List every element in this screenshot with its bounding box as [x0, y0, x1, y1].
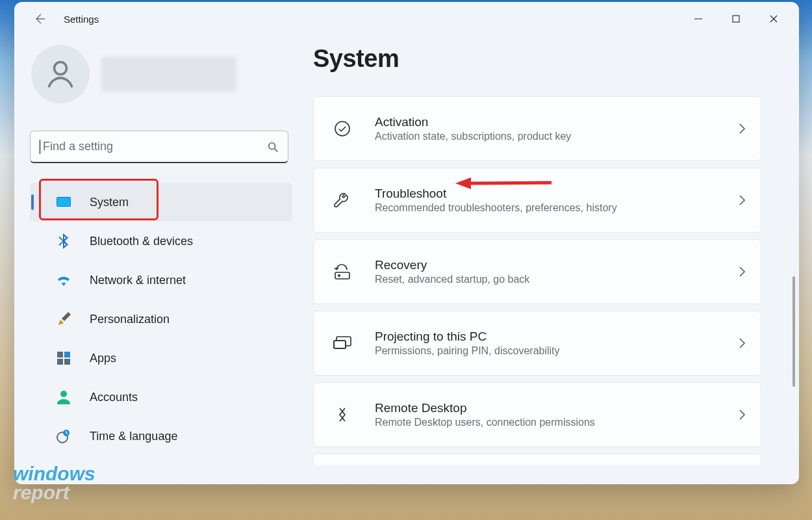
card-partial-next[interactable] [313, 454, 761, 465]
sidebar: Find a setting System Bluetooth & d [14, 36, 313, 484]
card-activation[interactable]: Activation Activation state, subscriptio… [313, 96, 761, 161]
card-title: Troubleshoot [375, 187, 737, 201]
sidebar-item-personalization[interactable]: Personalization [30, 300, 311, 339]
sidebar-item-system[interactable]: System [30, 183, 292, 222]
card-title: Activation [375, 115, 737, 129]
card-troubleshoot[interactable]: Troubleshoot Recommended troubleshooters… [313, 168, 761, 233]
chevron-right-icon [737, 337, 746, 350]
svg-rect-19 [335, 272, 349, 279]
card-projecting[interactable]: Projecting to this PC Permissions, pairi… [313, 311, 761, 376]
card-subtitle: Activation state, subscriptions, product… [375, 131, 737, 142]
text-caret [40, 140, 40, 154]
back-arrow-icon [33, 12, 46, 25]
maximize-icon [731, 14, 741, 23]
chevron-right-icon [737, 408, 746, 421]
titlebar: Settings [14, 2, 799, 36]
card-remote-desktop[interactable]: Remote Desktop Remote Desktop users, con… [313, 382, 761, 447]
clock-globe-icon [56, 428, 71, 444]
remote-desktop-icon [329, 402, 355, 428]
back-button[interactable] [30, 9, 49, 29]
minimize-icon [694, 14, 703, 23]
svg-point-20 [338, 275, 340, 276]
minimize-button[interactable] [679, 5, 717, 32]
sidebar-item-time-language[interactable]: Time & language [30, 417, 311, 456]
svg-rect-22 [334, 341, 346, 348]
recovery-icon [329, 259, 355, 285]
sidebar-item-label: Apps [90, 352, 116, 365]
card-subtitle: Permissions, pairing PIN, discoverabilit… [375, 345, 737, 357]
card-subtitle: Recommended troubleshooters, preferences… [375, 202, 737, 214]
svg-rect-11 [57, 359, 63, 365]
svg-line-6 [275, 148, 278, 151]
svg-rect-8 [57, 198, 70, 206]
card-recovery[interactable]: Recovery Reset, advanced startup, go bac… [313, 239, 761, 304]
svg-rect-12 [64, 359, 70, 365]
settings-card-list: Activation Activation state, subscriptio… [313, 96, 761, 465]
sidebar-item-label: Accounts [90, 391, 138, 404]
checkmark-circle-icon [329, 116, 355, 142]
page-title: System [313, 45, 799, 73]
display-icon [56, 194, 71, 210]
chevron-right-icon [737, 122, 746, 135]
sidebar-item-accounts[interactable]: Accounts [30, 378, 311, 417]
sidebar-item-label: Time & language [90, 430, 177, 443]
card-title: Recovery [375, 258, 737, 272]
projecting-icon [329, 330, 355, 356]
close-button[interactable] [755, 5, 793, 32]
wifi-icon [56, 272, 71, 288]
search-icon [267, 141, 279, 153]
bluetooth-icon [56, 233, 71, 249]
profile-name-redacted [101, 57, 236, 92]
apps-icon [56, 350, 71, 366]
chevron-right-icon [737, 265, 746, 278]
profile-section[interactable] [14, 45, 313, 103]
card-title: Projecting to this PC [375, 330, 737, 344]
sidebar-item-apps[interactable]: Apps [30, 339, 311, 378]
user-icon [43, 57, 78, 92]
card-subtitle: Remote Desktop users, connection permiss… [375, 417, 737, 428]
svg-point-5 [269, 142, 275, 149]
sidebar-item-bluetooth[interactable]: Bluetooth & devices [30, 222, 311, 261]
sidebar-item-network[interactable]: Network & internet [30, 261, 311, 300]
svg-line-17 [468, 183, 552, 183]
svg-rect-1 [733, 16, 739, 22]
svg-point-16 [335, 122, 349, 136]
search-input[interactable]: Find a setting [30, 131, 288, 163]
paintbrush-icon [56, 311, 71, 327]
card-title: Remote Desktop [375, 401, 737, 415]
search-placeholder: Find a setting [43, 140, 267, 153]
app-title: Settings [64, 14, 99, 25]
svg-rect-9 [57, 352, 63, 358]
wrench-icon [329, 187, 355, 213]
nav-list: System Bluetooth & devices Network & int… [14, 183, 313, 456]
maximize-button[interactable] [717, 5, 755, 32]
scrollbar-thumb[interactable] [793, 276, 795, 387]
close-icon [769, 14, 778, 23]
sidebar-item-label: Bluetooth & devices [90, 235, 193, 248]
sidebar-item-label: Network & internet [90, 274, 186, 287]
svg-point-4 [55, 62, 67, 75]
person-icon [56, 389, 71, 405]
chevron-right-icon [737, 194, 746, 207]
svg-rect-10 [64, 352, 70, 358]
card-subtitle: Reset, advanced startup, go back [375, 274, 737, 285]
main-content: System Activation Activation state, subs… [313, 36, 799, 484]
sidebar-item-label: System [90, 196, 129, 209]
avatar [31, 45, 90, 103]
sidebar-item-label: Personalization [90, 313, 170, 326]
svg-point-13 [60, 391, 67, 397]
settings-window: Settings Find a se [14, 2, 799, 484]
